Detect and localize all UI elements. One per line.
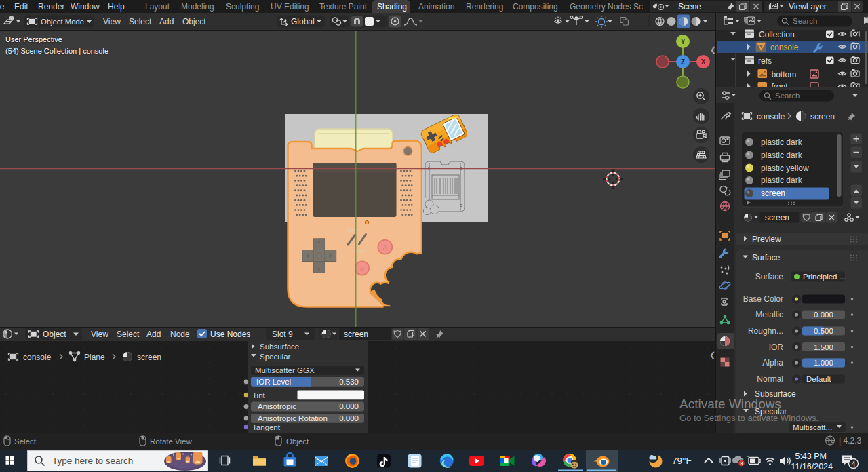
svg-text:SELECT: SELECT	[353, 249, 368, 253]
svg-text:Preview: Preview	[752, 235, 781, 244]
svg-text:console: console	[757, 112, 785, 121]
svg-text:Object: Object	[286, 437, 309, 446]
svg-text:screen: screen	[761, 189, 785, 198]
svg-text:plastic dark: plastic dark	[761, 176, 803, 185]
svg-text:Node: Node	[170, 330, 190, 339]
svg-text:console: console	[23, 353, 52, 362]
svg-text:Tangent: Tangent	[252, 423, 281, 431]
svg-text:Subsurface: Subsurface	[260, 342, 299, 351]
svg-text:11/16/2024: 11/16/2024	[791, 462, 833, 471]
svg-text:screen: screen	[344, 330, 368, 339]
svg-text:B: B	[360, 265, 364, 272]
svg-text:Surface: Surface	[755, 272, 784, 281]
svg-text:Collection: Collection	[759, 30, 795, 39]
svg-text:Slot 9: Slot 9	[272, 330, 293, 339]
svg-text:plastic dark: plastic dark	[761, 138, 803, 147]
svg-text:plastic yellow: plastic yellow	[761, 163, 809, 173]
svg-text:| 4.2.3: | 4.2.3	[839, 436, 861, 446]
svg-text:front: front	[772, 82, 789, 87]
svg-text:Object: Object	[43, 330, 66, 339]
svg-text:0.000: 0.000	[814, 311, 833, 319]
svg-text:Select: Select	[117, 330, 140, 339]
svg-text:Search: Search	[793, 17, 817, 25]
svg-text:View: View	[103, 17, 121, 26]
svg-text:Global: Global	[291, 17, 315, 26]
svg-text:Object Mode: Object Mode	[41, 18, 84, 26]
svg-text:Rotate View: Rotate View	[150, 437, 192, 446]
svg-text:IOR: IOR	[769, 342, 784, 352]
svg-text:A: A	[383, 244, 387, 251]
svg-text:4: 4	[852, 460, 856, 468]
svg-text:View: View	[91, 330, 108, 339]
svg-text:79°F: 79°F	[672, 456, 692, 466]
svg-text:Tint: Tint	[252, 391, 266, 399]
svg-text:Type here to search: Type here to search	[52, 456, 133, 466]
svg-text:Object: Object	[182, 17, 206, 26]
svg-text:0.000: 0.000	[339, 414, 359, 422]
svg-text:Select: Select	[14, 437, 37, 446]
svg-text:plastic dark: plastic dark	[761, 151, 803, 160]
svg-text:Y: Y	[681, 38, 686, 45]
svg-text:Specular: Specular	[260, 353, 291, 361]
svg-text:1.500: 1.500	[814, 343, 833, 351]
svg-text:0.539: 0.539	[339, 378, 359, 386]
svg-text:0.000: 0.000	[339, 402, 359, 410]
svg-text:Metallic: Metallic	[755, 310, 783, 319]
svg-text:Normal: Normal	[757, 374, 783, 384]
svg-text:X: X	[701, 58, 706, 66]
svg-text:screen: screen	[137, 353, 161, 362]
svg-text:console: console	[770, 43, 799, 52]
svg-text:Principled ...: Principled ...	[803, 273, 846, 281]
svg-text:Multiscatter GGX: Multiscatter GGX	[255, 366, 315, 374]
svg-text:Multiscatt...: Multiscatt...	[793, 423, 832, 431]
svg-text:Use Nodes: Use Nodes	[210, 330, 250, 339]
svg-text:Alpha: Alpha	[762, 358, 783, 368]
svg-text:Search: Search	[775, 92, 800, 100]
svg-text:Anisotropic Rotation: Anisotropic Rotation	[258, 414, 328, 422]
svg-text:Anisotropic: Anisotropic	[258, 402, 296, 410]
svg-text:Roughn...: Roughn...	[748, 326, 783, 336]
svg-text:screen: screen	[810, 112, 835, 121]
svg-text:refs: refs	[758, 56, 772, 66]
svg-text:5:43 PM: 5:43 PM	[795, 452, 827, 461]
svg-text:Default: Default	[806, 375, 831, 383]
svg-text:Add: Add	[146, 330, 161, 339]
svg-text:Select: Select	[129, 17, 152, 26]
svg-text:Z: Z	[681, 58, 685, 66]
svg-text:IOR Level: IOR Level	[256, 378, 291, 386]
svg-text:Base Color: Base Color	[743, 294, 783, 304]
svg-text:Surface: Surface	[752, 253, 781, 262]
svg-text:screen: screen	[765, 213, 789, 222]
svg-text:bottom: bottom	[772, 70, 797, 79]
svg-text:Plane: Plane	[84, 353, 105, 362]
svg-text:Add: Add	[159, 17, 174, 26]
svg-text:0.500: 0.500	[814, 327, 833, 335]
svg-text:1.000: 1.000	[814, 359, 833, 367]
svg-text:START: START	[347, 229, 359, 233]
